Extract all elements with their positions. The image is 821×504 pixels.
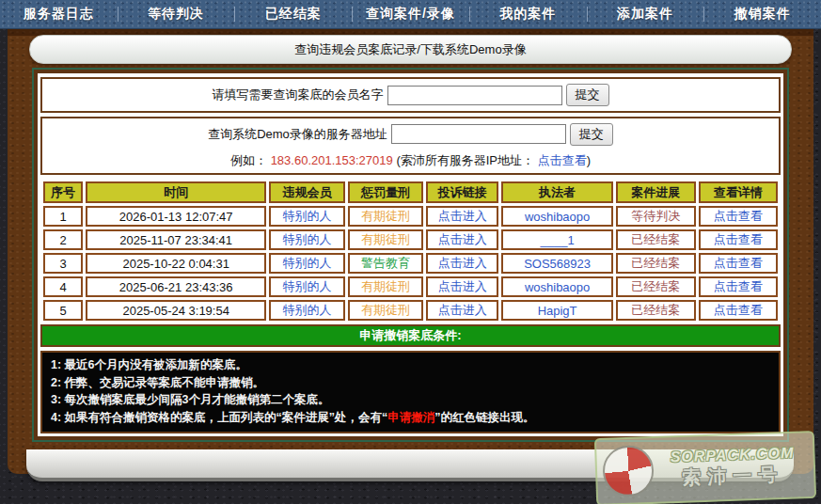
case-time: 2025-10-22 0:04:31 (86, 253, 266, 274)
penalty-label: 警告教育 (348, 253, 424, 274)
penalty-label: 有期徒刑 (348, 276, 424, 297)
case-table: 序号时间违规会员惩罚量刑投诉链接执法者案件进展查看详情 12026-01-13 … (40, 179, 781, 323)
revoke-link-highlight: 申请撤消 (387, 411, 434, 424)
rule-text: ”的红色链接出现。 (434, 411, 534, 424)
enforcer-link[interactable]: woshibaopo (501, 206, 613, 227)
complaint-link[interactable]: 点击进入 (426, 229, 498, 250)
table-header-row: 序号时间违规会员惩罚量刑投诉链接执法者案件进展查看详情 (43, 181, 778, 203)
detail-link[interactable]: 点击查看 (699, 300, 778, 321)
case-number: 3 (43, 253, 83, 274)
column-header: 时间 (86, 181, 266, 203)
nav-add-case[interactable]: 添加案件 (587, 0, 704, 28)
revoke-rule: 2: 作弊、交易记录等案底不能申请撤销。 (51, 376, 770, 391)
column-header: 惩罚量刑 (348, 181, 424, 203)
complaint-link[interactable]: 点击进入 (426, 300, 498, 321)
member-name-input[interactable] (387, 86, 562, 105)
nav-server-log[interactable]: 服务器日志 (0, 0, 118, 28)
complaint-link[interactable]: 点击进入 (426, 253, 498, 274)
member-link[interactable]: 特别的人 (269, 253, 345, 274)
case-number: 1 (43, 206, 83, 227)
nav-revoke-case[interactable]: 撤销案件 (703, 0, 821, 28)
enforcer-link[interactable]: HapigT (501, 300, 613, 321)
example-suffix: ) (587, 153, 591, 167)
column-header: 案件进展 (616, 181, 695, 203)
page: 服务器日志等待判决已经结案查询案件/录像我的案件添加案件撤销案件 查询违规会员案… (0, 0, 821, 504)
rule-text: 2: 作弊、交易记录等案底不能申请撤销。 (51, 376, 264, 389)
complaint-link[interactable]: 点击进入 (426, 206, 498, 227)
demo-query-form: 查询系统Demo录像的服务器地址 提交 例如： 183.60.201.153:2… (40, 117, 781, 175)
member-link[interactable]: 特别的人 (269, 276, 345, 297)
demo-query-row: 查询系统Demo录像的服务器地址 提交 (42, 123, 779, 146)
revoke-rule: 4: 如果有符合撤销资格的案底，上面列表的“案件进展”处，会有“申请撤消”的红色… (51, 411, 770, 426)
case-number: 4 (43, 276, 83, 297)
content-box: 请填写需要查询案底的会员名字 提交 查询系统Demo录像的服务器地址 提交 例如… (32, 68, 789, 442)
case-number: 5 (43, 300, 83, 321)
case-time: 2025-06-21 23:43:36 (86, 276, 266, 297)
example-ip: 183.60.201.153:27019 (271, 153, 393, 167)
status-label: 已经结案 (616, 229, 695, 250)
table-row: 32025-10-22 0:04:31特别的人警告教育点击进入SOS568923… (43, 253, 778, 274)
nav-pending-judgment[interactable]: 等待判决 (118, 0, 235, 28)
penalty-label: 有期徒刑 (348, 300, 424, 321)
revoke-conditions-header: 申请撤销案底条件: (40, 324, 781, 347)
complaint-link[interactable]: 点击进入 (426, 276, 498, 297)
sorpack-watermark-logo: SORPACK.COM 索沛一号 (594, 431, 816, 504)
case-time: 2025-11-07 23:34:41 (86, 229, 266, 250)
penalty-label: 有期徒刑 (348, 206, 424, 227)
watermark-brand-name: 索沛一号 (657, 461, 809, 492)
enforcer-link[interactable]: ____1 (501, 229, 613, 250)
case-table-body: 12026-01-13 12:07:47特别的人有期徒刑点击进入woshibao… (43, 206, 778, 321)
revoke-conditions-list: 1: 最近6个月内没有被添加新的案底。2: 作弊、交易记录等案底不能申请撤销。3… (40, 351, 781, 433)
column-header: 违规会员 (269, 181, 345, 203)
top-navbar: 服务器日志等待判决已经结案查询案件/录像我的案件添加案件撤销案件 (0, 0, 821, 29)
nav-closed-cases[interactable]: 已经结案 (234, 0, 352, 28)
revoke-rule: 3: 每次撤销案底最少间隔3个月才能撤销第二个案底。 (51, 393, 770, 408)
column-header: 序号 (43, 181, 83, 203)
column-header: 执法者 (501, 181, 613, 203)
rule-text: 3: 每次撤销案底最少间隔3个月才能撤销第二个案底。 (51, 393, 330, 406)
view-all-ips-link[interactable]: 点击查看 (538, 153, 587, 167)
demo-query-submit-button[interactable]: 提交 (570, 123, 613, 146)
detail-link[interactable]: 点击查看 (699, 276, 778, 297)
table-row: 52025-05-24 3:19:54特别的人有期徒刑点击进入HapigT已经结… (43, 300, 778, 321)
member-query-label: 请填写需要查询案底的会员名字 (213, 87, 384, 103)
detail-link[interactable]: 点击查看 (699, 253, 778, 274)
sorpack-logo-icon (602, 445, 655, 497)
column-header: 投诉链接 (426, 181, 498, 203)
table-row: 42025-06-21 23:43:36特别的人有期徒刑点击进入woshibao… (43, 276, 778, 297)
member-link[interactable]: 特别的人 (269, 206, 345, 227)
watermark-text: SORPACK.COM 索沛一号 (656, 444, 808, 492)
demo-query-label: 查询系统Demo录像的服务器地址 (208, 126, 387, 143)
panel-title-tab: 查询违规会员案底记录/下载系统Demo录像 (29, 35, 792, 64)
nav-my-cases[interactable]: 我的案件 (469, 0, 587, 28)
status-label: 已经结案 (616, 276, 695, 297)
case-time: 2026-01-13 12:07:47 (86, 206, 266, 227)
status-label: 已经结案 (616, 253, 695, 274)
status-label: 已经结案 (616, 300, 695, 321)
detail-link[interactable]: 点击查看 (699, 206, 778, 227)
member-query-submit-button[interactable]: 提交 (566, 84, 609, 106)
case-time: 2025-05-24 3:19:54 (86, 300, 266, 321)
revoke-rule: 1: 最近6个月内没有被添加新的案底。 (51, 358, 770, 373)
example-line: 例如： 183.60.201.153:27019 (索沛所有服务器IP地址： 点… (42, 152, 779, 169)
penalty-label: 有期徒刑 (348, 229, 424, 250)
table-row: 22025-11-07 23:34:41特别的人有期徒刑点击进入____1已经结… (43, 229, 778, 250)
table-row: 12026-01-13 12:07:47特别的人有期徒刑点击进入woshibao… (43, 206, 778, 227)
rule-text: 1: 最近6个月内没有被添加新的案底。 (51, 358, 247, 371)
content-inner: 请填写需要查询案底的会员名字 提交 查询系统Demo录像的服务器地址 提交 例如… (34, 70, 787, 440)
nav-query-case-video[interactable]: 查询案件/录像 (352, 0, 469, 28)
rule-text: 4: 如果有符合撤销资格的案底，上面列表的“案件进展”处，会有“ (51, 411, 387, 424)
enforcer-link[interactable]: SOS568923 (501, 253, 613, 274)
example-middle: (索沛所有服务器IP地址： (393, 153, 538, 167)
column-header: 查看详情 (699, 181, 778, 203)
server-address-input[interactable] (391, 124, 566, 144)
page-title: 查询违规会员案底记录/下载系统Demo录像 (294, 41, 526, 58)
member-query-form: 请填写需要查询案底的会员名字 提交 (40, 77, 781, 113)
status-label: 等待判决 (616, 206, 695, 227)
case-number: 2 (43, 229, 83, 250)
member-link[interactable]: 特别的人 (269, 300, 345, 321)
member-link[interactable]: 特别的人 (269, 229, 345, 250)
example-prefix: 例如： (230, 153, 271, 167)
detail-link[interactable]: 点击查看 (699, 229, 778, 250)
enforcer-link[interactable]: woshibaopo (501, 276, 613, 297)
